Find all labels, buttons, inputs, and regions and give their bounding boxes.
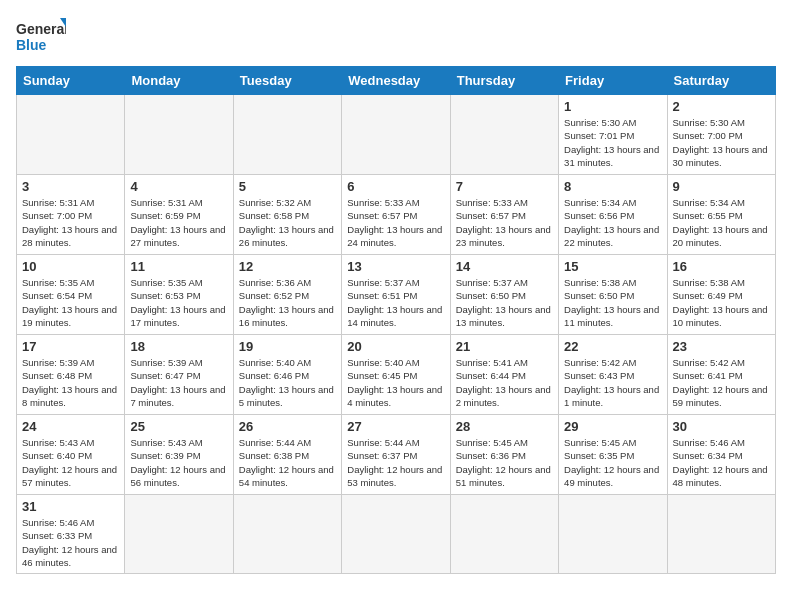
day-cell: 7Sunrise: 5:33 AM Sunset: 6:57 PM Daylig… xyxy=(450,175,558,255)
header-saturday: Saturday xyxy=(667,67,775,95)
day-cell: 13Sunrise: 5:37 AM Sunset: 6:51 PM Dayli… xyxy=(342,255,450,335)
day-number: 16 xyxy=(673,259,770,274)
day-number: 27 xyxy=(347,419,444,434)
day-cell: 26Sunrise: 5:44 AM Sunset: 6:38 PM Dayli… xyxy=(233,415,341,495)
day-info: Sunrise: 5:41 AM Sunset: 6:44 PM Dayligh… xyxy=(456,356,553,409)
header-sunday: Sunday xyxy=(17,67,125,95)
day-number: 8 xyxy=(564,179,661,194)
day-info: Sunrise: 5:38 AM Sunset: 6:50 PM Dayligh… xyxy=(564,276,661,329)
day-info: Sunrise: 5:36 AM Sunset: 6:52 PM Dayligh… xyxy=(239,276,336,329)
day-number: 5 xyxy=(239,179,336,194)
day-info: Sunrise: 5:30 AM Sunset: 7:00 PM Dayligh… xyxy=(673,116,770,169)
day-number: 7 xyxy=(456,179,553,194)
day-cell: 27Sunrise: 5:44 AM Sunset: 6:37 PM Dayli… xyxy=(342,415,450,495)
day-cell: 5Sunrise: 5:32 AM Sunset: 6:58 PM Daylig… xyxy=(233,175,341,255)
header-tuesday: Tuesday xyxy=(233,67,341,95)
day-cell: 1Sunrise: 5:30 AM Sunset: 7:01 PM Daylig… xyxy=(559,95,667,175)
day-cell xyxy=(125,495,233,574)
day-number: 11 xyxy=(130,259,227,274)
day-cell: 18Sunrise: 5:39 AM Sunset: 6:47 PM Dayli… xyxy=(125,335,233,415)
day-info: Sunrise: 5:40 AM Sunset: 6:45 PM Dayligh… xyxy=(347,356,444,409)
day-number: 28 xyxy=(456,419,553,434)
day-cell: 19Sunrise: 5:40 AM Sunset: 6:46 PM Dayli… xyxy=(233,335,341,415)
day-cell: 28Sunrise: 5:45 AM Sunset: 6:36 PM Dayli… xyxy=(450,415,558,495)
header: General Blue xyxy=(16,16,776,56)
day-cell xyxy=(667,495,775,574)
week-row-0: 1Sunrise: 5:30 AM Sunset: 7:01 PM Daylig… xyxy=(17,95,776,175)
day-number: 1 xyxy=(564,99,661,114)
day-info: Sunrise: 5:30 AM Sunset: 7:01 PM Dayligh… xyxy=(564,116,661,169)
day-number: 23 xyxy=(673,339,770,354)
day-cell: 9Sunrise: 5:34 AM Sunset: 6:55 PM Daylig… xyxy=(667,175,775,255)
svg-text:Blue: Blue xyxy=(16,37,47,53)
day-info: Sunrise: 5:39 AM Sunset: 6:48 PM Dayligh… xyxy=(22,356,119,409)
day-info: Sunrise: 5:42 AM Sunset: 6:41 PM Dayligh… xyxy=(673,356,770,409)
day-number: 25 xyxy=(130,419,227,434)
day-info: Sunrise: 5:37 AM Sunset: 6:51 PM Dayligh… xyxy=(347,276,444,329)
day-cell xyxy=(450,95,558,175)
day-number: 15 xyxy=(564,259,661,274)
day-number: 29 xyxy=(564,419,661,434)
day-cell: 31Sunrise: 5:46 AM Sunset: 6:33 PM Dayli… xyxy=(17,495,125,574)
day-cell: 8Sunrise: 5:34 AM Sunset: 6:56 PM Daylig… xyxy=(559,175,667,255)
day-info: Sunrise: 5:37 AM Sunset: 6:50 PM Dayligh… xyxy=(456,276,553,329)
day-number: 13 xyxy=(347,259,444,274)
day-cell: 16Sunrise: 5:38 AM Sunset: 6:49 PM Dayli… xyxy=(667,255,775,335)
day-cell: 10Sunrise: 5:35 AM Sunset: 6:54 PM Dayli… xyxy=(17,255,125,335)
day-cell xyxy=(342,95,450,175)
day-info: Sunrise: 5:38 AM Sunset: 6:49 PM Dayligh… xyxy=(673,276,770,329)
day-info: Sunrise: 5:35 AM Sunset: 6:54 PM Dayligh… xyxy=(22,276,119,329)
day-number: 22 xyxy=(564,339,661,354)
header-wednesday: Wednesday xyxy=(342,67,450,95)
day-number: 20 xyxy=(347,339,444,354)
day-number: 31 xyxy=(22,499,119,514)
day-info: Sunrise: 5:42 AM Sunset: 6:43 PM Dayligh… xyxy=(564,356,661,409)
logo: General Blue xyxy=(16,16,66,56)
day-info: Sunrise: 5:46 AM Sunset: 6:34 PM Dayligh… xyxy=(673,436,770,489)
day-cell: 3Sunrise: 5:31 AM Sunset: 7:00 PM Daylig… xyxy=(17,175,125,255)
day-number: 24 xyxy=(22,419,119,434)
day-cell: 11Sunrise: 5:35 AM Sunset: 6:53 PM Dayli… xyxy=(125,255,233,335)
day-cell xyxy=(125,95,233,175)
day-info: Sunrise: 5:39 AM Sunset: 6:47 PM Dayligh… xyxy=(130,356,227,409)
day-cell: 23Sunrise: 5:42 AM Sunset: 6:41 PM Dayli… xyxy=(667,335,775,415)
day-cell xyxy=(450,495,558,574)
day-cell xyxy=(233,95,341,175)
day-number: 6 xyxy=(347,179,444,194)
header-thursday: Thursday xyxy=(450,67,558,95)
day-number: 19 xyxy=(239,339,336,354)
day-cell: 29Sunrise: 5:45 AM Sunset: 6:35 PM Dayli… xyxy=(559,415,667,495)
day-info: Sunrise: 5:34 AM Sunset: 6:55 PM Dayligh… xyxy=(673,196,770,249)
day-info: Sunrise: 5:35 AM Sunset: 6:53 PM Dayligh… xyxy=(130,276,227,329)
day-number: 4 xyxy=(130,179,227,194)
day-number: 17 xyxy=(22,339,119,354)
day-cell xyxy=(559,495,667,574)
day-cell: 24Sunrise: 5:43 AM Sunset: 6:40 PM Dayli… xyxy=(17,415,125,495)
day-cell: 25Sunrise: 5:43 AM Sunset: 6:39 PM Dayli… xyxy=(125,415,233,495)
day-cell: 30Sunrise: 5:46 AM Sunset: 6:34 PM Dayli… xyxy=(667,415,775,495)
day-cell: 20Sunrise: 5:40 AM Sunset: 6:45 PM Dayli… xyxy=(342,335,450,415)
week-row-4: 24Sunrise: 5:43 AM Sunset: 6:40 PM Dayli… xyxy=(17,415,776,495)
day-number: 12 xyxy=(239,259,336,274)
day-info: Sunrise: 5:34 AM Sunset: 6:56 PM Dayligh… xyxy=(564,196,661,249)
day-info: Sunrise: 5:33 AM Sunset: 6:57 PM Dayligh… xyxy=(347,196,444,249)
day-info: Sunrise: 5:45 AM Sunset: 6:36 PM Dayligh… xyxy=(456,436,553,489)
day-info: Sunrise: 5:46 AM Sunset: 6:33 PM Dayligh… xyxy=(22,516,119,569)
day-number: 18 xyxy=(130,339,227,354)
day-number: 21 xyxy=(456,339,553,354)
day-info: Sunrise: 5:44 AM Sunset: 6:38 PM Dayligh… xyxy=(239,436,336,489)
day-info: Sunrise: 5:32 AM Sunset: 6:58 PM Dayligh… xyxy=(239,196,336,249)
day-info: Sunrise: 5:40 AM Sunset: 6:46 PM Dayligh… xyxy=(239,356,336,409)
day-info: Sunrise: 5:43 AM Sunset: 6:40 PM Dayligh… xyxy=(22,436,119,489)
day-cell: 14Sunrise: 5:37 AM Sunset: 6:50 PM Dayli… xyxy=(450,255,558,335)
day-header-row: SundayMondayTuesdayWednesdayThursdayFrid… xyxy=(17,67,776,95)
day-cell: 21Sunrise: 5:41 AM Sunset: 6:44 PM Dayli… xyxy=(450,335,558,415)
day-number: 2 xyxy=(673,99,770,114)
day-cell: 6Sunrise: 5:33 AM Sunset: 6:57 PM Daylig… xyxy=(342,175,450,255)
day-cell xyxy=(233,495,341,574)
day-cell: 12Sunrise: 5:36 AM Sunset: 6:52 PM Dayli… xyxy=(233,255,341,335)
day-cell: 2Sunrise: 5:30 AM Sunset: 7:00 PM Daylig… xyxy=(667,95,775,175)
header-friday: Friday xyxy=(559,67,667,95)
day-cell: 17Sunrise: 5:39 AM Sunset: 6:48 PM Dayli… xyxy=(17,335,125,415)
day-cell: 4Sunrise: 5:31 AM Sunset: 6:59 PM Daylig… xyxy=(125,175,233,255)
